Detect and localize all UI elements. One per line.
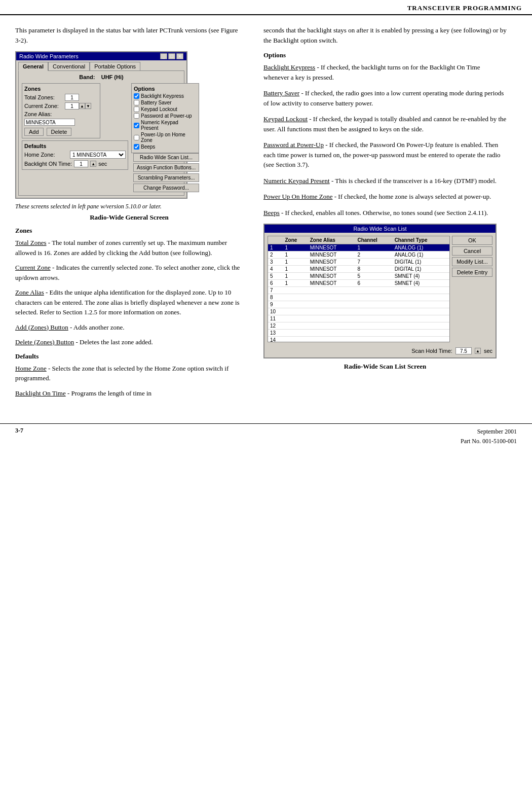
zone-alias-term: Zone Alias	[15, 289, 44, 296]
add-zones-button[interactable]: Add	[24, 128, 44, 136]
scan-table-row[interactable]: 9	[268, 301, 449, 308]
scan-cancel-button[interactable]: Cancel	[452, 246, 492, 256]
scan-table-row[interactable]: 10	[268, 308, 449, 315]
backlight-keypress-checkbox[interactable]	[134, 93, 139, 99]
radio-wide-scan-list-button[interactable]: Radio Wide Scan List...	[133, 153, 199, 162]
scan-cell-num: 11	[268, 315, 283, 322]
scan-table-row[interactable]: 31MINNESOT7DIGITAL (1)	[268, 259, 449, 266]
scan-table-row[interactable]: 13	[268, 330, 449, 337]
tab-conventional[interactable]: Conventional	[48, 62, 90, 70]
scan-hold-time-input[interactable]	[455, 347, 472, 354]
home-zone-select[interactable]: 1 MINNESOTA	[70, 151, 126, 159]
scan-cell-num: 4	[268, 266, 283, 273]
total-zones-para: Total Zones - The total number of zones …	[15, 238, 243, 258]
scan-cell-zone	[283, 287, 308, 294]
scan-cell-channel: 1	[355, 244, 392, 251]
scan-cell-channel: 5	[355, 273, 392, 280]
scan-table-row[interactable]: 51MINNESOT5SMNET (4)	[268, 273, 449, 280]
home-zone-row: Home Zone: 1 MINNESOTA	[24, 151, 126, 159]
scan-cell-num: 7	[268, 287, 283, 294]
scan-cell-zone: 1	[283, 259, 308, 266]
scan-cell-num: 9	[268, 301, 283, 308]
battery-saver-option-text: - If checked, the radio goes into a low …	[263, 89, 504, 107]
scan-table-row[interactable]: 11MINNESOT1ANALOG (1)	[268, 244, 449, 251]
scan-hold-unit: sec	[484, 348, 492, 354]
scan-cell-alias	[308, 330, 356, 337]
col-channel-type: Channel Type	[393, 236, 449, 244]
scan-cell-alias	[308, 322, 356, 330]
options-title: Options	[134, 86, 197, 92]
change-password-button[interactable]: Change Password...	[133, 184, 199, 192]
scan-table-container: Zone Zone Alias Channel Channel Type 11M…	[268, 236, 450, 342]
scan-table-row[interactable]: 21MINNESOT2ANALOG (1)	[268, 251, 449, 259]
scan-cell-channel	[355, 330, 392, 337]
scan-cell-zone	[283, 330, 308, 337]
scan-cell-type	[393, 301, 449, 308]
zones-buttons-row: Add Delete	[24, 128, 98, 136]
close-button[interactable]: ×	[176, 53, 183, 59]
backlight-up-arrow[interactable]: ▲	[90, 161, 96, 167]
dialog-caption: These screens selected in left pane w/ve…	[15, 203, 243, 210]
zone-alias-input[interactable]	[24, 119, 75, 126]
beeps-checkbox[interactable]	[134, 144, 139, 150]
power-up-home-zone-option-text: - If checked, the home zone is always se…	[332, 193, 491, 200]
keypad-lockout-checkbox[interactable]	[134, 106, 139, 112]
home-zone-para: Home Zone - Selects the zone that is sel…	[15, 364, 243, 383]
left-intro: This parameter is displayed in the statu…	[15, 25, 243, 45]
battery-saver-checkbox[interactable]	[134, 100, 139, 105]
numeric-keypad-label: Numeric Keypad Present	[141, 120, 197, 131]
zone-down-arrow[interactable]: ▼	[85, 103, 91, 109]
scan-table-row[interactable]: 14	[268, 337, 449, 343]
scan-table-row[interactable]: 12	[268, 322, 449, 330]
scan-list-dialog: Radio Wide Scan List Zone Zone Alias	[263, 224, 497, 358]
assign-function-buttons-button[interactable]: Assign Function Buttons...	[133, 163, 199, 172]
dialog-title: Radio Wide Parameters	[19, 53, 79, 59]
col-channel: Channel	[355, 236, 392, 244]
page-number: 3-7	[15, 427, 23, 446]
scan-ok-button[interactable]: OK	[452, 236, 492, 245]
scan-screen-caption: Radio-Wide Scan List Screen	[263, 363, 507, 371]
scan-cell-num: 14	[268, 337, 283, 343]
scan-table-row[interactable]: 8	[268, 294, 449, 301]
backlight-keypress-option-term: Backlight Keypress	[263, 63, 315, 71]
maximize-button[interactable]: □	[168, 53, 175, 59]
scan-cell-type: DIGITAL (1)	[393, 259, 449, 266]
scan-table-row[interactable]: 61MINNESOT6SMNET (4)	[268, 280, 449, 287]
total-zones-row: Total Zones:	[24, 94, 98, 101]
numeric-keypad-checkbox[interactable]	[134, 123, 139, 128]
scan-cell-num: 3	[268, 259, 283, 266]
scan-bottom-row: Scan Hold Time: ▲ sec	[268, 347, 492, 354]
delete-zones-button[interactable]: Delete	[47, 128, 72, 136]
scan-cell-num: 6	[268, 280, 283, 287]
scan-table-row[interactable]: 41MINNESOT8DIGITAL (1)	[268, 266, 449, 273]
scan-cell-num: 1	[268, 244, 283, 251]
total-zones-term: Total Zones	[15, 239, 47, 246]
scan-cell-alias: MINNESOT	[308, 244, 356, 251]
scan-cell-zone	[283, 337, 308, 343]
zone-up-arrow[interactable]: ▲	[79, 103, 85, 109]
scan-hold-label: Scan Hold Time:	[411, 348, 452, 354]
backlight-on-time-text: - Programs the length of time in	[66, 389, 151, 397]
band-value: UHF (Hi)	[101, 74, 124, 80]
minimize-button[interactable]: _	[160, 53, 167, 59]
power-up-home-zone-checkbox[interactable]	[134, 135, 139, 140]
scrambling-parameters-button[interactable]: Scrambling Parameters...	[133, 173, 199, 182]
zone-alias-input-row	[24, 119, 98, 126]
scan-cell-type	[393, 330, 449, 337]
backlight-time-input[interactable]	[74, 160, 88, 167]
tab-general[interactable]: General	[18, 62, 48, 71]
scan-table-row[interactable]: 7	[268, 287, 449, 294]
scan-modify-list-button[interactable]: Modify List...	[452, 257, 492, 266]
backlight-row: Backlight ON Time: ▲ sec	[24, 160, 126, 167]
scan-table-row[interactable]: 11	[268, 315, 449, 322]
current-zone-input[interactable]	[65, 102, 79, 110]
scan-delete-entry-button[interactable]: Delete Entry	[452, 268, 492, 277]
scan-hold-up-arrow[interactable]: ▲	[475, 348, 481, 354]
scan-cell-channel	[355, 301, 392, 308]
tab-portable-options[interactable]: Portable Options	[90, 62, 140, 70]
numeric-keypad-option-term: Numeric Keypad Present	[263, 177, 330, 185]
password-power-up-checkbox[interactable]	[134, 113, 139, 119]
page-content: This parameter is displayed in the statu…	[0, 15, 532, 413]
scan-cell-alias: MINNESOT	[308, 259, 356, 266]
scan-cell-channel	[355, 287, 392, 294]
